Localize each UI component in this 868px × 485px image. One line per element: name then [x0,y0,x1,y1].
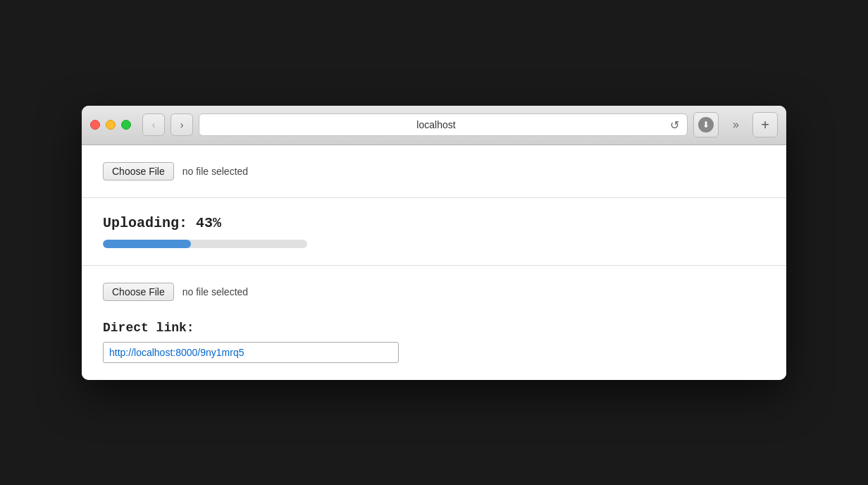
download-icon: ⬇ [698,117,714,133]
upload-progress-section: Uploading: 43% [82,198,786,266]
close-button[interactable] [90,120,100,130]
more-icon: » [733,118,738,131]
titlebar: ‹ › localhost ↺ ⬇ » + [82,106,786,145]
maximize-button[interactable] [121,120,131,130]
new-tab-icon: + [761,117,769,133]
direct-link-group: Direct link: [103,321,765,363]
no-file-label-1: no file selected [182,166,248,177]
download-button[interactable]: ⬇ [693,112,719,137]
choose-file-button-1[interactable]: Choose File [103,162,174,180]
forward-button[interactable]: › [170,113,193,136]
forward-icon: › [180,119,184,130]
choose-file-button-2[interactable]: Choose File [103,283,174,301]
address-bar[interactable]: localhost ↺ [199,113,688,136]
file-row-1: Choose File no file selected [103,162,765,180]
file-row-2: Choose File no file selected [103,283,765,301]
reload-button[interactable]: ↺ [667,118,681,132]
address-text: localhost [205,119,667,130]
more-button[interactable]: » [724,113,747,136]
progress-bar-container [103,240,307,248]
upload-status-label: Uploading: 43% [103,215,765,231]
progress-bar-fill [103,240,191,248]
back-button[interactable]: ‹ [142,113,165,136]
browser-window: ‹ › localhost ↺ ⬇ » + Choose File no fil… [82,106,786,380]
traffic-lights [90,120,131,130]
page-content: Choose File no file selected Uploading: … [82,145,786,380]
file-upload-section-2: Choose File no file selected Direct link… [82,266,786,380]
back-icon: ‹ [152,119,156,130]
minimize-button[interactable] [106,120,116,130]
direct-link-label: Direct link: [103,321,765,335]
file-upload-section-1: Choose File no file selected [82,145,786,198]
no-file-label-2: no file selected [182,286,248,297]
new-tab-button[interactable]: + [752,112,778,137]
direct-link-input[interactable] [103,342,399,363]
